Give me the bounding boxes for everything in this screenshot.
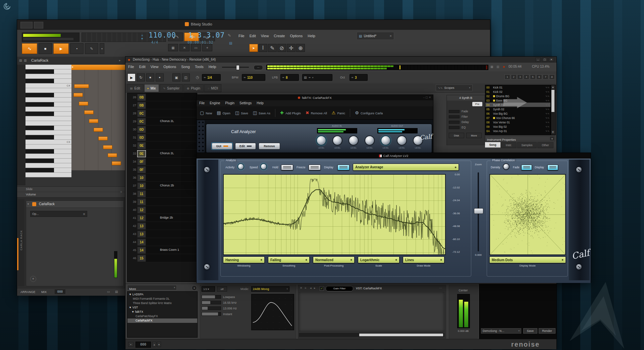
record-button[interactable]: ▪ xyxy=(70,43,84,54)
filter-param-row[interactable]: Instant xyxy=(202,311,249,317)
pattern-number[interactable]: 13 xyxy=(137,231,146,238)
fade-toggle[interactable] xyxy=(521,165,532,170)
pattern-number[interactable]: 0D xyxy=(137,134,146,141)
analyzer-windowing-combo[interactable]: Hanning◆ xyxy=(223,256,265,263)
menu-item-help[interactable]: Help xyxy=(209,65,216,69)
plugin-tree[interactable]: ▼ LADSPAMIDI FormantB Formants OLThree B… xyxy=(127,291,198,338)
sequencer-row[interactable]: 4313 xyxy=(127,230,197,238)
menu-item-engine[interactable]: Engine xyxy=(210,101,220,105)
sequencer-row[interactable]: 260B xyxy=(127,93,197,101)
track-select-bar[interactable] xyxy=(17,238,18,270)
toolbar-remove-all-button[interactable]: ✖Remove All xyxy=(306,111,327,115)
piano-key[interactable] xyxy=(25,65,71,69)
calf-titlebar[interactable]: Calf Analyzer LV2 xyxy=(197,153,591,159)
device-header[interactable]: ▾ CarlaRack xyxy=(26,201,123,208)
piano-key[interactable] xyxy=(25,163,71,168)
bitwig-titlebar-button[interactable] xyxy=(34,22,43,28)
menu-item-view[interactable]: View xyxy=(151,65,159,69)
pattern-number[interactable]: 0E xyxy=(137,142,146,149)
section-cell[interactable]: Brass Czern 1 xyxy=(146,246,197,254)
menu-item-help[interactable]: Help xyxy=(257,101,264,105)
plugin-tree-row[interactable]: CarlaPatchbayFX xyxy=(127,314,197,318)
off-button[interactable]: off xyxy=(217,286,227,292)
toolbar-save-button[interactable]: ◫Save xyxy=(235,111,248,115)
desktop-swirl-icon[interactable] xyxy=(3,2,11,11)
calf-analyzer-strip[interactable]: Calf Analyzer GUI Edit Remove AUDIO IN A… xyxy=(206,124,432,153)
time-signature-display[interactable]: 4/4 xyxy=(151,41,158,44)
mix-view-button[interactable]: MIX xyxy=(41,290,47,294)
toolbar-panic-button[interactable]: ⚠Panic xyxy=(332,111,345,115)
track-dsp-row[interactable]: Filter xyxy=(449,114,482,119)
grid-row[interactable] xyxy=(71,112,125,117)
dsp-slider[interactable] xyxy=(449,110,460,113)
bitwig-titlebar[interactable]: Bitwig Studio xyxy=(17,20,490,30)
device-box[interactable]: ▾ CarlaRack Op... ≣ + xyxy=(26,200,124,286)
param-knob[interactable] xyxy=(365,136,374,145)
grid-row[interactable] xyxy=(71,93,125,98)
filter-mode-combo[interactable]: 24dB Moog ▾ xyxy=(251,286,289,292)
grid-row[interactable] xyxy=(71,126,125,131)
clip-editor-header[interactable]: ▤ ▥ CarlaRack ▸ xyxy=(17,57,125,65)
pen-tool-button[interactable]: ✎ xyxy=(268,44,277,52)
phase-display-toggle[interactable] xyxy=(547,165,558,170)
play-button[interactable]: ▶ xyxy=(53,43,69,54)
pattern-number[interactable]: 0D xyxy=(137,126,146,133)
piano-key[interactable] xyxy=(25,74,71,79)
collapse-button[interactable]: ▾ xyxy=(550,137,554,140)
loop-pattern-button[interactable]: ↻ xyxy=(137,73,145,81)
section-cell[interactable] xyxy=(146,238,197,246)
horizontal-scrollbar[interactable] xyxy=(299,333,444,337)
section-cell[interactable] xyxy=(146,254,197,262)
piano-key[interactable] xyxy=(25,126,71,130)
stop-button[interactable]: ■ xyxy=(146,73,154,81)
analyzer-scale-combo[interactable]: Logarithmic◆ xyxy=(358,256,399,263)
master-volume-slider[interactable] xyxy=(222,67,249,68)
grid-row[interactable] xyxy=(71,70,125,74)
pattern-follow-button[interactable]: ▣ xyxy=(172,73,180,81)
sequencer-row[interactable]: 340F xyxy=(127,158,197,166)
pattern-number[interactable]: 15 xyxy=(137,255,146,262)
instrument-row[interactable]: 01Kick 02∿∿ xyxy=(485,90,550,94)
piano-key[interactable] xyxy=(25,130,71,135)
render-button[interactable]: Render xyxy=(539,328,555,334)
grid-row[interactable] xyxy=(71,159,125,164)
sequencer-row[interactable]: 4213 xyxy=(127,222,197,230)
edit-button[interactable]: Edit xyxy=(235,143,256,150)
param-knob[interactable] xyxy=(317,136,326,145)
menu-item-options[interactable]: Options xyxy=(163,65,176,69)
instrument-row[interactable]: 0AVox Arp 01∿∿ xyxy=(485,129,550,133)
add-track-button[interactable]: + xyxy=(202,44,212,51)
toolbar-open-button[interactable]: ▤Open xyxy=(217,111,230,115)
layers-icon[interactable]: ▥ xyxy=(24,59,27,62)
activity-knob[interactable] xyxy=(238,164,244,169)
window-buttons[interactable]: – ▢ ✕ xyxy=(423,96,431,99)
analyzer-post-processing-combo[interactable]: Normalized◆ xyxy=(313,256,355,263)
chevron-right-icon[interactable]: ▸ xyxy=(119,59,121,62)
piano-key[interactable]: C4 xyxy=(25,83,71,88)
grid-row[interactable] xyxy=(71,98,125,103)
filter-param-row[interactable]: Lowpass xyxy=(202,294,249,300)
plugin-tree-row[interactable]: ▼ falkTX xyxy=(127,310,197,314)
piano-key[interactable] xyxy=(25,112,71,116)
disk-button[interactable]: Disk xyxy=(449,133,464,138)
minimize-icon[interactable]: ≡ xyxy=(305,286,306,290)
grid-row[interactable] xyxy=(71,74,125,79)
track-dsp-row[interactable]: Fade xyxy=(449,109,482,114)
instrument-row[interactable]: 06Vox Big BG∿∿ xyxy=(485,111,550,116)
edit-step-button[interactable]: ◫ xyxy=(182,73,190,81)
param-slider[interactable] xyxy=(202,295,221,299)
filter-param-row[interactable]: 13.006 Hz xyxy=(202,305,249,311)
piano-key[interactable] xyxy=(25,107,71,112)
disk-category-tab-song[interactable]: Song xyxy=(485,142,500,148)
piano-key[interactable] xyxy=(25,168,71,173)
mixer-icon[interactable]: ▤ xyxy=(115,290,118,293)
plugin-tree-row[interactable]: ▼ VST xyxy=(127,305,197,310)
add-device-button[interactable]: + xyxy=(30,276,36,282)
piano-key[interactable]: C3 xyxy=(25,140,71,144)
scroll-down-button[interactable]: ▼ xyxy=(551,130,555,134)
section-cell[interactable] xyxy=(146,174,197,182)
carla-titlebar[interactable]: falkTX: CarlaRackFX – ▢ ✕ xyxy=(197,95,433,100)
pointer-tool-button[interactable]: ➤ xyxy=(249,44,258,52)
sequencer-row[interactable]: 3710Chorus 2b xyxy=(127,182,197,190)
instrument-properties-bar[interactable]: Instrument Properties ▾ xyxy=(485,136,555,141)
